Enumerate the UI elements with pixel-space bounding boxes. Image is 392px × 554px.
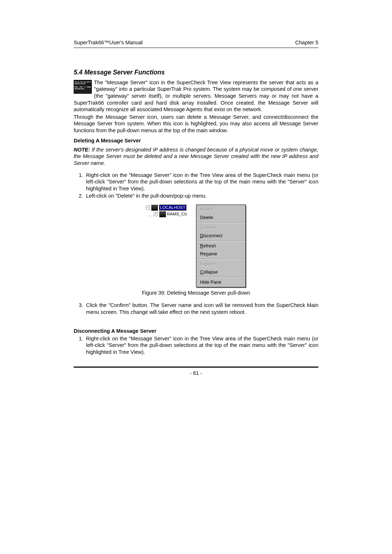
list-item: Right-click on the "Message Server" icon… <box>85 335 318 356</box>
tree-connector <box>147 213 154 216</box>
menu-disconnect[interactable]: Disconnect <box>196 232 245 240</box>
doc-title: SuperTrak66™User's Manual <box>74 39 143 46</box>
menu-modify: Modify <box>196 206 245 214</box>
tree-node-localhost[interactable]: LOCALHOST <box>159 205 187 211</box>
dialog-icon-text-1: Are you sure you want to delete this ser… <box>74 80 91 85</box>
subheading-delete: Deleting A Message Server <box>74 137 318 144</box>
figure-caption: Figure 39: Deleting Message Server pull-… <box>74 290 318 296</box>
menu-collapse[interactable]: Collapse <box>196 268 245 276</box>
list-item: Right-click on the "Message Server" icon… <box>85 172 318 192</box>
menu-rename[interactable]: Rename <box>196 250 245 258</box>
agent-icon <box>159 211 166 217</box>
menu-refresh[interactable]: Refresh <box>196 242 245 250</box>
server-icon <box>151 205 158 211</box>
menu-hide-pane[interactable]: Hide Pane <box>196 278 245 286</box>
intro-paragraph-2: Through the Message Server icon, users c… <box>74 114 318 134</box>
menu-expand: Expand <box>196 260 245 268</box>
tree-expand-icon[interactable]: + <box>154 212 158 216</box>
page-number: - 61 - <box>74 370 318 377</box>
header-rule <box>74 48 318 48</box>
delete-steps-continued: Click the "Confirm" button. The Server n… <box>74 302 318 315</box>
intro-paragraph-1: The "Message Server" icon in the SuperCh… <box>74 80 318 112</box>
tree-node-rams[interactable]: RAMS_C0 <box>167 211 187 217</box>
context-menu: Modify Delete Connect Disconnect Refresh… <box>196 205 246 287</box>
section-heading: 5.4 Message Server Functions <box>74 68 318 76</box>
dialog-icon-text-2: Press Ctrl-F to Delete, otherwise Abort. <box>74 85 91 90</box>
footer-rule <box>74 367 318 368</box>
menu-connect: Connect <box>196 224 245 232</box>
figure-39-screenshot: − LOCALHOST + RAMS_C0 Modify Delete Conn… <box>146 205 246 287</box>
delete-steps: Right-click on the "Message Server" icon… <box>74 172 318 199</box>
note-label: NOTE: <box>74 147 90 153</box>
tree-view: − LOCALHOST + RAMS_C0 <box>146 205 187 218</box>
list-item: Left-click on "Delete" in the pull-down/… <box>85 193 318 199</box>
chapter-label: Chapter 5 <box>295 39 318 46</box>
list-item: Click the "Confirm" button. The Server n… <box>85 302 318 315</box>
menu-delete[interactable]: Delete <box>196 214 245 222</box>
note-body: If the server's designated IP address is… <box>74 147 318 166</box>
subheading-disconnect: Disconnecting A Message Server <box>74 328 318 335</box>
tree-collapse-icon[interactable]: − <box>146 206 150 210</box>
disconnect-steps: Right-click on the "Message Server" icon… <box>74 335 318 356</box>
dialog-icon: Are you sure you want to delete this ser… <box>74 80 92 94</box>
